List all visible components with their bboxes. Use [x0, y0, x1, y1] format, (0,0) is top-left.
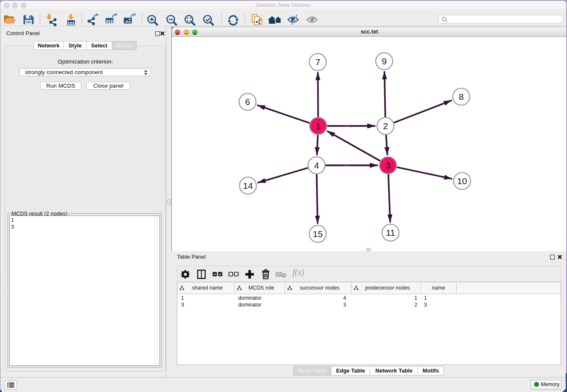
svg-text:1: 1: [316, 121, 321, 131]
svg-text:9: 9: [382, 56, 387, 66]
svg-text:4: 4: [314, 160, 319, 170]
svg-text:11: 11: [386, 228, 395, 237]
svg-text:10: 10: [457, 176, 467, 186]
svg-text:8: 8: [459, 92, 464, 102]
svg-text:2: 2: [383, 121, 388, 131]
svg-text:15: 15: [313, 229, 322, 239]
svg-text:7: 7: [315, 57, 320, 67]
svg-text:14: 14: [243, 181, 253, 190]
svg-text:6: 6: [245, 97, 250, 107]
svg-text:3: 3: [385, 160, 391, 170]
